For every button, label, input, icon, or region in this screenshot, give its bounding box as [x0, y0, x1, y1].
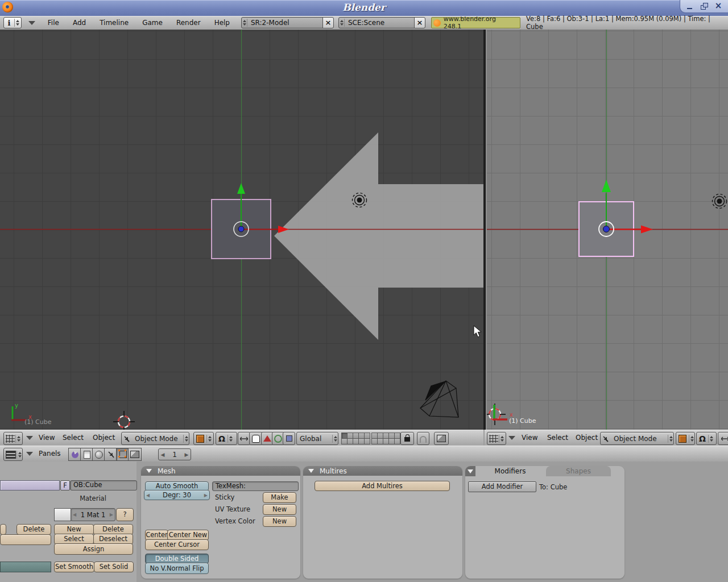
material-assign-button[interactable]: Assign — [54, 543, 133, 555]
fake-user-button[interactable]: F — [60, 480, 70, 490]
menu-select[interactable]: Select — [547, 434, 568, 442]
window-type-button[interactable] — [3, 448, 23, 461]
frame-left-icon[interactable]: ◀ — [159, 452, 167, 458]
center-cursor-button[interactable]: Center Cursor — [145, 539, 209, 550]
viewport-right[interactable]: x (1) Cube — [487, 30, 728, 430]
viewport-type-spinner[interactable] — [15, 435, 21, 443]
close-button[interactable]: × — [714, 2, 723, 10]
orientation-dropdown[interactable]: Global — [296, 432, 338, 445]
scene-selector[interactable]: SCE:Scene × — [338, 17, 425, 28]
menu-panels[interactable]: Panels — [39, 450, 61, 458]
orientation-spinner[interactable] — [332, 435, 338, 443]
mode-value[interactable]: Object Mode — [611, 435, 668, 443]
snap-button[interactable] — [417, 432, 429, 445]
rotation-pivot-button[interactable]: Ω — [216, 432, 237, 445]
window-type-spinner[interactable] — [16, 451, 22, 459]
mesh-panel-header[interactable]: Mesh — [141, 466, 300, 476]
header-menu-icon[interactable] — [26, 452, 33, 456]
orientation-value[interactable]: Global — [297, 435, 332, 443]
draw-type-button[interactable] — [193, 432, 214, 445]
mode-dropdown[interactable]: Object Mode — [600, 432, 674, 445]
window-type-button[interactable]: i — [3, 17, 22, 28]
multires-panel-header[interactable]: Multires — [303, 466, 462, 476]
sticky-make-button[interactable]: Make — [263, 492, 296, 503]
vgroup-partial-button[interactable] — [0, 524, 6, 535]
screen-close-icon[interactable]: × — [322, 18, 333, 28]
degr-field[interactable]: ◀ Degr: 30 ▶ — [144, 490, 210, 500]
layer-group-2[interactable] — [371, 433, 400, 444]
material-color-swatch[interactable] — [54, 508, 71, 521]
teal-swatch[interactable] — [0, 562, 51, 572]
draw-type-button[interactable] — [676, 432, 695, 445]
lock-layers-button[interactable] — [400, 432, 414, 445]
tab-shapes[interactable]: Shapes — [546, 466, 611, 476]
pivot-spinner[interactable] — [228, 435, 233, 443]
scene-spinner[interactable] — [339, 19, 345, 27]
window-type-spinner[interactable] — [14, 19, 20, 27]
mode-value[interactable]: Object Mode — [132, 435, 183, 443]
manipulator-y-tip[interactable] — [602, 180, 611, 192]
mode-dropdown[interactable]: Object Mode — [121, 432, 189, 445]
viewport-type-spinner[interactable] — [499, 435, 504, 443]
degr-right-icon[interactable]: ▶ — [202, 493, 209, 498]
set-smooth-button[interactable]: Set Smooth — [54, 562, 94, 572]
mat-prev-icon[interactable]: ◀ — [71, 512, 78, 517]
menu-file[interactable]: File — [41, 19, 66, 27]
screen-spinner[interactable] — [242, 19, 247, 27]
material-help-button[interactable]: ? — [116, 508, 134, 521]
viewport-type-button[interactable] — [487, 432, 506, 445]
frame-value[interactable]: 1 — [167, 451, 183, 459]
rotation-pivot-button[interactable]: Ω — [696, 432, 717, 445]
scene-close-icon[interactable]: × — [414, 18, 425, 28]
camera-object[interactable] — [420, 381, 458, 417]
manipulator-y-tip[interactable] — [237, 183, 245, 194]
frame-right-icon[interactable]: ▶ — [183, 452, 191, 458]
title-bar[interactable]: Blender × — [0, 0, 728, 16]
mode-spinner[interactable] — [183, 435, 189, 443]
vcol-new-button[interactable]: New — [263, 516, 296, 527]
draw-type-spinner[interactable] — [689, 435, 694, 443]
mode-spinner[interactable] — [668, 435, 673, 443]
manipulator-toggle-button[interactable] — [718, 432, 728, 445]
menu-help[interactable]: Help — [208, 19, 237, 27]
ob-name-field[interactable]: OB:Cube — [70, 480, 137, 490]
vgroup-partial-field[interactable] — [0, 534, 51, 545]
layer-buttons[interactable] — [341, 433, 400, 444]
texmesh-field[interactable]: TexMesh: — [212, 481, 299, 491]
menu-game[interactable]: Game — [135, 19, 169, 27]
menu-add[interactable]: Add — [66, 19, 93, 27]
scene-value[interactable]: SCE:Scene — [345, 19, 414, 27]
menu-object[interactable]: Object — [576, 434, 598, 442]
vgroup-delete-button[interactable]: Delete — [16, 524, 51, 535]
screen-selector[interactable]: SR:2-Model × — [241, 17, 334, 28]
scene-context-button[interactable] — [128, 448, 142, 461]
arrow-mesh-object[interactable] — [274, 132, 483, 340]
restore-button[interactable] — [700, 2, 709, 10]
mat-index-value[interactable]: 1 Mat 1 — [81, 511, 105, 519]
collapse-icon[interactable] — [308, 469, 314, 473]
material-name-field[interactable] — [0, 480, 60, 490]
frame-number-field[interactable]: ◀ 1 ▶ — [158, 448, 191, 460]
screen-value[interactable]: SR:2-Model — [247, 19, 322, 27]
manipulator-toggle-button[interactable] — [238, 432, 250, 445]
set-solid-button[interactable]: Set Solid — [94, 562, 134, 572]
degr-left-icon[interactable]: ◀ — [144, 493, 151, 498]
viewport-left[interactable]: y x (1) Cube — [0, 30, 483, 430]
collapse-icon[interactable] — [146, 469, 152, 473]
combo-manipulator-button[interactable] — [283, 432, 295, 445]
menu-view[interactable]: View — [39, 434, 55, 442]
minimize-button[interactable] — [685, 2, 694, 10]
collapse-corner[interactable] — [465, 466, 475, 476]
add-multires-button[interactable]: Add Multires — [315, 481, 450, 491]
menu-render[interactable]: Render — [169, 19, 208, 27]
menu-object[interactable]: Object — [93, 434, 115, 442]
header-menu-icon[interactable] — [26, 436, 33, 440]
layer-group-1[interactable] — [341, 433, 370, 444]
viewport-type-button[interactable] — [3, 432, 23, 445]
material-index-selector[interactable]: ◀ 1 Mat 1 ▶ — [71, 508, 115, 521]
pivot-spinner[interactable] — [708, 435, 714, 443]
render-preview-button[interactable] — [434, 432, 449, 445]
menu-timeline[interactable]: Timeline — [93, 19, 135, 27]
draw-type-spinner[interactable] — [206, 435, 212, 443]
no-vnormal-flip-toggle[interactable]: No V.Normal Flip — [145, 563, 209, 574]
